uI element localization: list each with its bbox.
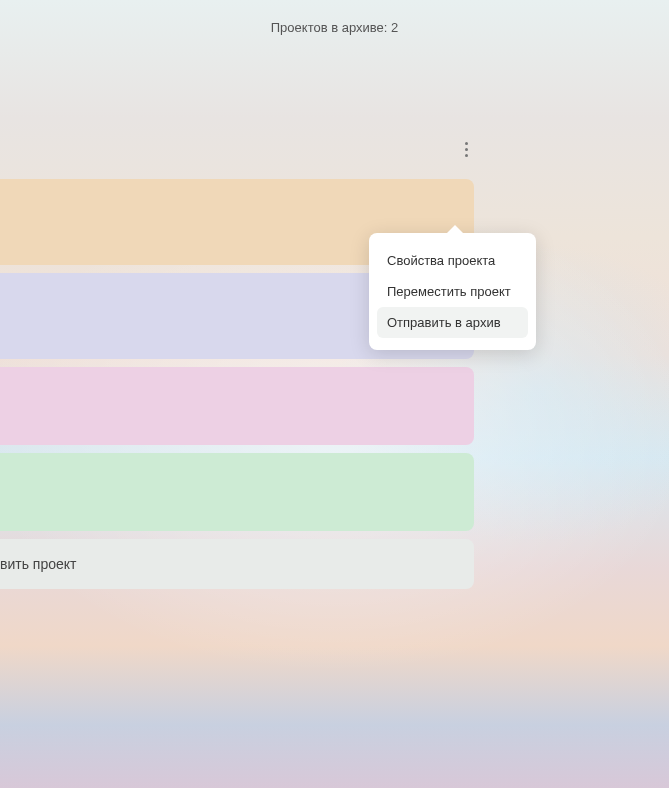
menu-item-move[interactable]: Переместить проект [377,276,528,307]
menu-item-properties[interactable]: Свойства проекта [377,245,528,276]
project-context-menu: Свойства проекта Переместить проект Отпр… [369,233,536,350]
project-card[interactable] [0,367,474,445]
project-card[interactable] [0,453,474,531]
archive-count-text: Проектов в архиве: 2 [0,20,669,35]
add-project-label: вить проект [0,556,77,572]
menu-item-archive[interactable]: Отправить в архив [377,307,528,338]
add-project-button[interactable]: вить проект [0,539,474,589]
more-vertical-icon [465,148,468,151]
more-options-button[interactable] [454,137,478,161]
